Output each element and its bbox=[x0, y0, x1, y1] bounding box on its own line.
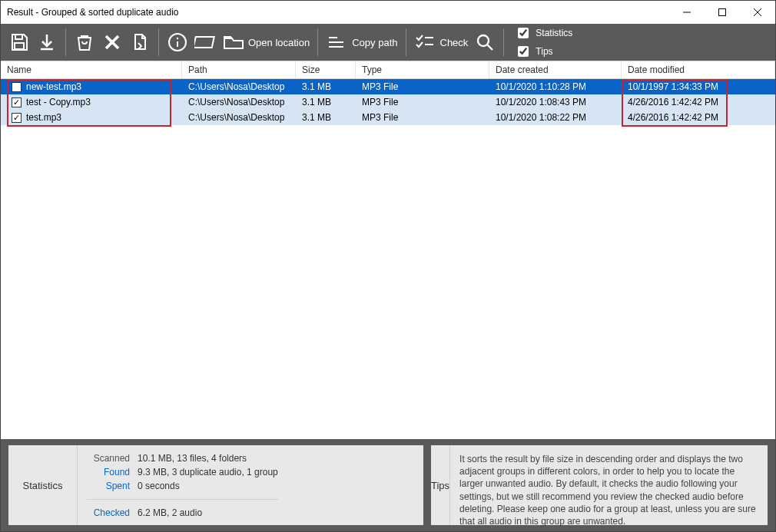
stat-checked-value: 6.2 MB, 2 audio bbox=[138, 507, 202, 518]
save-button[interactable] bbox=[5, 27, 33, 58]
col-size[interactable]: Size bbox=[296, 61, 356, 78]
bottom-panels: Statistics Scanned10.1 MB, 13 files, 4 f… bbox=[1, 439, 775, 531]
row-checkbox[interactable] bbox=[12, 113, 22, 123]
close-icon bbox=[754, 8, 761, 16]
tips-panel: Tips It sorts the result by file size in… bbox=[431, 445, 768, 525]
save-icon bbox=[8, 31, 30, 53]
col-name[interactable]: Name bbox=[1, 61, 182, 78]
delete-button[interactable] bbox=[98, 27, 126, 58]
row-path: C:\Users\Nosa\Desktop bbox=[182, 81, 296, 92]
table-body[interactable]: new-test.mp3C:\Users\Nosa\Desktop3.1 MBM… bbox=[1, 79, 775, 439]
tips-checkbox[interactable] bbox=[518, 46, 529, 57]
close-button[interactable] bbox=[740, 1, 775, 24]
stat-spent-value: 0 seconds bbox=[138, 481, 180, 491]
tips-text: It sorts the result by file size in desc… bbox=[450, 445, 768, 525]
preview-button[interactable] bbox=[191, 27, 219, 58]
svg-rect-4 bbox=[15, 43, 24, 49]
col-created[interactable]: Date created bbox=[489, 61, 622, 78]
table-row[interactable]: test.mp3C:\Users\Nosa\Desktop3.1 MBMP3 F… bbox=[1, 110, 775, 125]
tips-toggle[interactable]: Tips bbox=[515, 44, 572, 59]
row-created: 10/1/2020 1:08:22 PM bbox=[489, 112, 622, 123]
properties-button[interactable] bbox=[164, 27, 191, 58]
row-size: 3.1 MB bbox=[296, 81, 356, 92]
row-modified: 10/1/1997 1:34:33 PM bbox=[622, 81, 775, 92]
statistics-panel-title: Statistics bbox=[8, 445, 78, 525]
delete-icon bbox=[101, 31, 123, 53]
tips-toggle-label: Tips bbox=[536, 46, 552, 57]
copy-path-label: Copy path bbox=[352, 37, 397, 48]
stat-scanned-value: 10.1 MB, 13 files, 4 folders bbox=[138, 453, 247, 464]
checklist-icon bbox=[414, 31, 436, 53]
stat-spent-label: Spent bbox=[87, 481, 130, 491]
stat-checked-label: Checked bbox=[87, 507, 130, 518]
toolbar: Open location Copy path Check bbox=[1, 24, 775, 61]
row-name: new-test.mp3 bbox=[26, 81, 81, 92]
maximize-button[interactable] bbox=[705, 1, 740, 24]
col-modified[interactable]: Date modified bbox=[622, 61, 775, 78]
search-icon bbox=[474, 31, 496, 53]
maximize-icon bbox=[718, 8, 726, 16]
row-created: 10/1/2020 1:10:28 PM bbox=[489, 81, 622, 92]
svg-line-19 bbox=[487, 45, 492, 50]
row-size: 3.1 MB bbox=[296, 112, 356, 123]
info-icon bbox=[167, 31, 188, 53]
stat-found-label: Found bbox=[87, 467, 130, 477]
recycle-icon bbox=[74, 31, 95, 53]
col-path[interactable]: Path bbox=[182, 61, 296, 78]
statistics-panel: Statistics Scanned10.1 MB, 13 files, 4 f… bbox=[8, 445, 423, 525]
copy-path-button[interactable]: Copy path bbox=[323, 27, 400, 58]
row-modified: 4/26/2016 1:42:42 PM bbox=[622, 112, 775, 123]
statistics-toggle[interactable]: Statistics bbox=[515, 25, 572, 41]
row-name: test.mp3 bbox=[26, 112, 61, 123]
titlebar: Result - Grouped & sorted duplicate audi… bbox=[1, 1, 775, 24]
minimize-icon bbox=[683, 8, 691, 16]
stat-found-value: 9.3 MB, 3 duplicate audio, 1 group bbox=[138, 467, 278, 477]
statistics-checkbox[interactable] bbox=[518, 28, 529, 38]
row-path: C:\Users\Nosa\Desktop bbox=[182, 97, 296, 107]
row-size: 3.1 MB bbox=[296, 97, 356, 107]
col-type[interactable]: Type bbox=[356, 61, 489, 78]
open-location-label: Open location bbox=[248, 37, 310, 48]
preview-icon bbox=[194, 31, 216, 53]
copy-path-icon bbox=[326, 31, 347, 53]
stat-scanned-label: Scanned bbox=[87, 453, 130, 464]
row-checkbox[interactable] bbox=[12, 97, 22, 107]
open-location-button[interactable]: Open location bbox=[219, 27, 313, 58]
row-type: MP3 File bbox=[356, 112, 489, 123]
table-row[interactable]: test - Copy.mp3C:\Users\Nosa\Desktop3.1 … bbox=[1, 94, 775, 110]
row-created: 10/1/2020 1:08:43 PM bbox=[489, 97, 622, 107]
minimize-button[interactable] bbox=[669, 1, 705, 24]
folder-open-icon bbox=[222, 31, 244, 53]
check-button[interactable]: Check bbox=[411, 27, 472, 58]
move-button[interactable] bbox=[126, 27, 154, 58]
row-modified: 4/26/2016 1:42:42 PM bbox=[622, 97, 775, 107]
statistics-toggle-label: Statistics bbox=[536, 28, 572, 38]
download-icon bbox=[36, 31, 58, 53]
download-button[interactable] bbox=[33, 27, 61, 58]
tips-panel-title: Tips bbox=[431, 445, 450, 525]
svg-rect-1 bbox=[719, 9, 726, 16]
table-header: Name Path Size Type Date created Date mo… bbox=[1, 61, 775, 79]
check-label: Check bbox=[440, 37, 469, 48]
row-name: test - Copy.mp3 bbox=[26, 97, 91, 107]
row-type: MP3 File bbox=[356, 97, 489, 107]
table-row[interactable]: new-test.mp3C:\Users\Nosa\Desktop3.1 MBM… bbox=[1, 79, 775, 94]
move-file-icon bbox=[129, 31, 151, 53]
svg-point-18 bbox=[478, 35, 489, 46]
row-type: MP3 File bbox=[356, 81, 489, 92]
window: Result - Grouped & sorted duplicate audi… bbox=[0, 0, 776, 532]
row-checkbox[interactable] bbox=[12, 82, 22, 92]
search-button[interactable] bbox=[471, 27, 499, 58]
toolbar-right-panel: Statistics Tips bbox=[515, 25, 572, 59]
svg-point-10 bbox=[177, 38, 178, 39]
recycle-button[interactable] bbox=[71, 27, 98, 58]
row-path: C:\Users\Nosa\Desktop bbox=[182, 112, 296, 123]
svg-rect-12 bbox=[194, 37, 214, 48]
window-title: Result - Grouped & sorted duplicate audi… bbox=[7, 7, 178, 18]
